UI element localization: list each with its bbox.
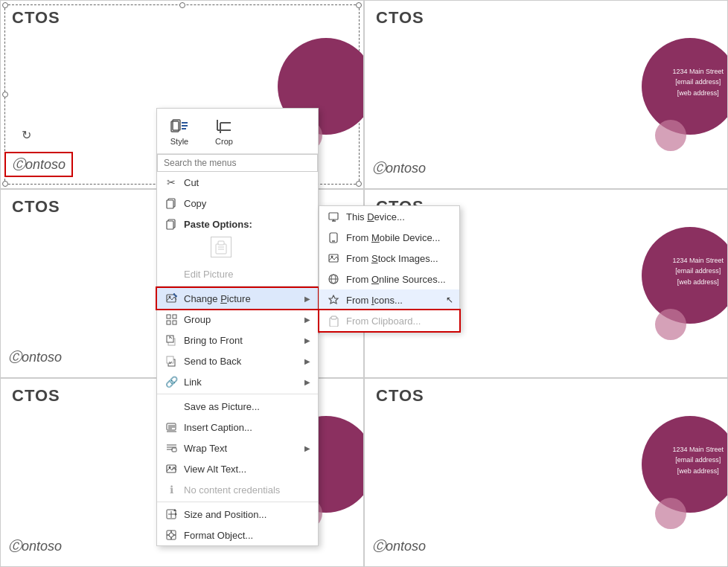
slide-cell-bot-right: CTOS 1234 Main Street [email address] [w… [364,378,728,567]
svg-rect-58 [329,254,338,262]
menu-item-group[interactable]: Group ▶ [157,309,318,330]
group-label: Group [184,314,298,325]
small-circle-2 [655,120,686,151]
handle-tm[interactable] [179,2,185,8]
crop-label: Crop [215,137,233,146]
menu-item-format-object[interactable]: Format Object... [157,525,318,545]
cut-icon: ✂ [165,176,178,189]
link-icon: 🔗 [165,375,178,388]
group-arrow: ▶ [304,315,310,324]
address-2: 1234 Main Street [email address] [web ad… [672,66,724,98]
contoso-logo-3: Ⓒontoso [8,348,62,366]
menu-header-style[interactable]: Style [165,115,194,147]
address-4: 1234 Main Street [email address] [web ad… [672,255,724,287]
send-to-back-arrow: ▶ [304,357,310,365]
svg-marker-63 [329,295,338,304]
submenu-stock-images[interactable]: From Stock Images... [319,248,459,269]
mobile-device-icon [327,231,340,244]
menu-search-input[interactable] [157,154,318,172]
cut-label: Cut [184,177,310,188]
ctos-label-1: CTOS [12,8,60,28]
menu-item-save-as-picture[interactable]: Save as Picture... [157,396,318,417]
svg-rect-22 [167,315,170,318]
handle-tr[interactable] [356,2,362,8]
insert-caption-icon [165,420,178,434]
separator-2 [157,394,318,394]
contoso-logo-2: Ⓒontoso [372,159,426,177]
view-alt-text-icon: ALT [165,462,178,475]
change-picture-submenu: This Device... From Mobile Device... [319,205,460,332]
edit-picture-label: Edit Picture [184,269,310,280]
change-picture-arrow: ▶ [304,295,310,303]
svg-rect-23 [173,315,176,318]
slide-area: ↻ CTOS Ⓒontoso ↻ [0,0,728,567]
wrap-text-label: Wrap Text [184,443,298,454]
menu-item-edit-picture: Edit Picture [157,263,318,284]
submenu-online-sources[interactable]: From Online Sources... [319,269,459,289]
wrap-text-icon [165,441,178,455]
edit-picture-icon [165,267,178,281]
online-sources-icon [327,272,340,286]
menu-item-send-to-back[interactable]: Send to Back ▶ [157,350,318,371]
svg-rect-24 [167,321,170,324]
paste-icon-box[interactable] [211,237,232,257]
wrap-text-arrow: ▶ [304,444,310,452]
contoso-logo-5: Ⓒontoso [8,537,62,555]
submenu-from-icons[interactable]: From Icons... ↖ [319,289,459,310]
logo-selected[interactable]: Ⓒontoso [4,152,73,177]
small-circle-4 [655,309,686,340]
bring-to-front-label: Bring to Front [184,335,298,346]
online-sources-label: From Online Sources... [346,274,446,285]
from-clipboard-label: From Clipboard... [346,315,421,327]
menu-item-copy[interactable]: Copy [157,193,318,214]
menu-header-crop[interactable]: Crop [209,115,239,147]
logo-rotate-icon[interactable]: ↻ [22,128,31,142]
paste-options-label: Paste Options: [184,219,310,230]
link-arrow: ▶ [304,378,310,386]
contoso-logo-6: Ⓒontoso [372,537,426,555]
contoso-logo-selected: Ⓒontoso [12,156,66,173]
svg-text:ALT: ALT [172,466,177,470]
handle-br[interactable] [356,181,362,187]
stock-images-icon [327,252,340,265]
ctos-label-6: CTOS [376,386,424,406]
size-position-icon [165,507,178,521]
style-label: Style [170,137,188,146]
menu-item-link[interactable]: 🔗 Link ▶ [157,371,318,392]
small-circle-6 [655,498,686,529]
handle-tl[interactable] [2,2,8,8]
handle-bl[interactable] [2,181,8,187]
no-credentials-label: No content credentials [184,484,310,496]
submenu-this-device[interactable]: This Device... [319,206,459,227]
size-position-label: Size and Position... [184,509,310,520]
svg-rect-12 [167,221,173,229]
ctos-label-5: CTOS [12,386,60,406]
menu-item-insert-caption[interactable]: Insert Caption... [157,417,318,438]
copy-icon [165,196,178,210]
from-clipboard-icon [327,314,340,327]
bring-to-front-arrow: ▶ [304,336,310,345]
submenu-from-clipboard: From Clipboard... [319,310,459,331]
separator-1 [157,286,318,286]
separator-3 [157,502,318,502]
submenu-mobile-device[interactable]: From Mobile Device... [319,227,459,248]
paste-header-icon [165,217,178,231]
svg-rect-53 [329,213,338,220]
menu-item-wrap-text[interactable]: Wrap Text ▶ [157,438,318,458]
svg-rect-25 [173,321,176,324]
view-alt-text-label: View Alt Text... [184,464,310,475]
menu-item-change-picture[interactable]: Change Picture ▶ [157,288,318,309]
menu-item-view-alt-text[interactable]: ALT View Alt Text... [157,458,318,479]
send-to-back-label: Send to Back [184,356,298,367]
svg-rect-10 [167,200,173,208]
change-picture-label: Change Picture [184,293,298,304]
menu-item-bring-to-front[interactable]: Bring to Front ▶ [157,330,318,350]
change-picture-icon [165,292,178,305]
menu-item-cut[interactable]: ✂ Cut [157,172,318,193]
handle-ml[interactable] [2,92,8,97]
this-device-label: This Device... [346,211,405,222]
menu-item-size-position[interactable]: Size and Position... [157,504,318,525]
format-object-label: Format Object... [184,530,310,541]
style-icon [169,116,190,137]
no-credentials-icon: ℹ [165,483,178,496]
